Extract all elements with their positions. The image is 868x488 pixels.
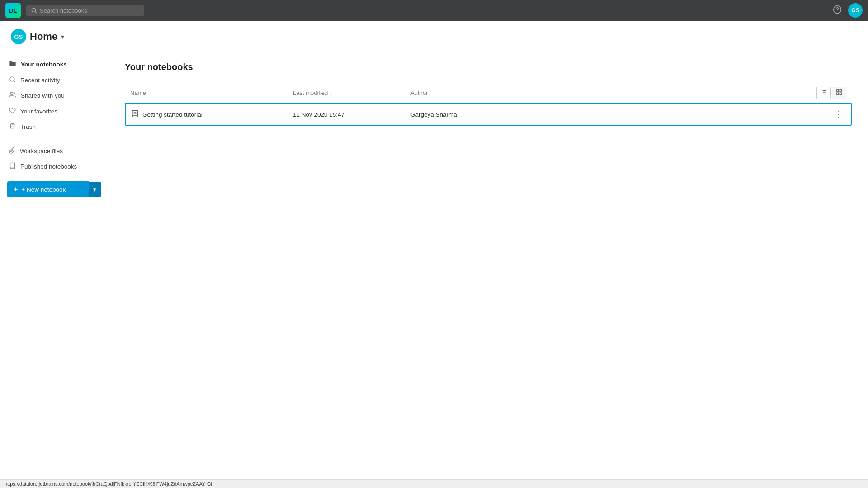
svg-rect-16 — [840, 93, 841, 94]
user-avatar[interactable]: GS — [848, 3, 863, 18]
sidebar-item-published-notebooks[interactable]: Published notebooks — [0, 159, 108, 174]
status-url: https://datalore.jetbrains.com/notebook/… — [5, 481, 212, 487]
navbar: DL GS — [0, 0, 868, 21]
sidebar-item-workspace-files[interactable]: Workspace files — [0, 144, 108, 159]
help-icon[interactable] — [833, 5, 842, 16]
folder-icon — [9, 60, 16, 69]
sidebar-item-shared-with-you[interactable]: Shared with you — [0, 88, 108, 103]
navbar-right: GS — [833, 3, 863, 18]
sidebar-label-your-favorites: Your favorites — [20, 108, 57, 115]
col-header-author: Author — [410, 89, 816, 96]
notebook-title: Getting started tutorial — [142, 111, 203, 118]
col-header-name: Name — [130, 89, 293, 96]
row-more-button[interactable]: ⋮ — [832, 108, 845, 120]
navbar-left: DL — [5, 3, 144, 18]
table-header: Name Last modified ↓ Author — [125, 83, 852, 103]
sidebar-label-published-notebooks: Published notebooks — [20, 163, 77, 170]
new-notebook-button[interactable]: + + New notebook — [7, 181, 89, 197]
home-dropdown-icon[interactable]: ▾ — [61, 33, 64, 40]
sort-arrow-icon: ↓ — [330, 90, 332, 96]
last-modified-label: Last modified — [293, 89, 328, 96]
dropdown-arrow-icon: ▾ — [93, 186, 96, 193]
svg-line-1 — [35, 12, 37, 13]
home-avatar: GS — [11, 29, 26, 44]
plus-icon: + — [14, 185, 18, 193]
search-box[interactable] — [26, 5, 144, 16]
new-notebook-dropdown-button[interactable]: ▾ — [89, 182, 101, 197]
paperclip-icon — [9, 147, 15, 155]
sidebar-item-your-favorites[interactable]: Your favorites — [0, 103, 108, 119]
heart-icon — [9, 107, 16, 115]
table-row[interactable]: Getting started tutorial 11 Nov 2020 15:… — [125, 103, 852, 126]
notebook-icon — [131, 110, 139, 119]
sidebar-divider — [7, 139, 101, 139]
sidebar-label-recent-activity: Recent activity — [20, 77, 60, 84]
svg-line-5 — [14, 80, 15, 82]
new-notebook-btn-group: + + New notebook ▾ — [7, 181, 101, 197]
search-icon — [31, 7, 37, 14]
author-cell: Gargeya Sharma — [410, 111, 832, 118]
svg-point-6 — [10, 92, 13, 94]
page-header: GS Home ▾ — [0, 21, 868, 49]
sidebar-label-workspace-files: Workspace files — [20, 148, 63, 155]
svg-point-0 — [32, 8, 35, 12]
sidebar-item-your-notebooks[interactable]: Your notebooks — [0, 56, 108, 72]
view-toggle — [816, 87, 846, 99]
trash-icon — [9, 122, 16, 131]
sidebar-item-recent-activity[interactable]: Recent activity — [0, 72, 108, 88]
book-icon — [9, 162, 16, 170]
main-layout: Your notebooks Recent activity Shared — [0, 49, 868, 488]
svg-rect-15 — [837, 93, 839, 94]
sidebar: Your notebooks Recent activity Shared — [0, 49, 108, 488]
page-title: Home — [30, 31, 57, 42]
status-bar: https://datalore.jetbrains.com/notebook/… — [0, 479, 868, 488]
content-area: Your notebooks Name Last modified ↓ Auth… — [108, 49, 868, 488]
clock-icon — [9, 76, 16, 84]
new-notebook-label: + New notebook — [21, 186, 66, 193]
app-logo: DL — [5, 3, 21, 18]
sidebar-label-trash: Trash — [20, 123, 36, 130]
sidebar-label-your-notebooks: Your notebooks — [21, 61, 67, 68]
sidebar-item-trash[interactable]: Trash — [0, 119, 108, 134]
content-title: Your notebooks — [125, 62, 852, 72]
svg-rect-14 — [840, 90, 841, 92]
shared-icon — [9, 91, 16, 100]
sidebar-label-shared-with-you: Shared with you — [21, 92, 65, 99]
col-header-last-modified[interactable]: Last modified ↓ — [293, 89, 410, 96]
last-modified-cell: 11 Nov 2020 15:47 — [293, 111, 410, 118]
grid-view-button[interactable] — [832, 87, 846, 99]
list-view-button[interactable] — [816, 87, 831, 99]
search-input[interactable] — [40, 7, 139, 14]
svg-rect-13 — [837, 90, 839, 92]
notebook-name-cell: Getting started tutorial — [131, 110, 293, 119]
